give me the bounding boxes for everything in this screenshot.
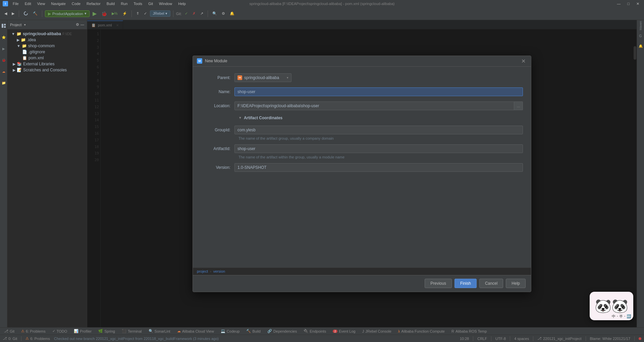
status-charset[interactable]: UTF-8: [495, 337, 506, 341]
pom-file-icon: 📋: [22, 56, 27, 60]
toolbar-forward-button[interactable]: ▶: [10, 10, 16, 17]
run-tool-button[interactable]: ▶: [1, 46, 7, 52]
search-everywhere-button[interactable]: 🔍: [211, 10, 219, 17]
coverage-button[interactable]: ▶%: [110, 10, 119, 17]
debug-button[interactable]: 🐞: [100, 10, 109, 17]
status-git[interactable]: ⎇ 0: Git: [3, 336, 17, 341]
menu-window[interactable]: Window: [158, 1, 173, 6]
menu-help[interactable]: Help: [177, 1, 187, 6]
menu-refactor[interactable]: Refactor: [85, 1, 102, 6]
project-tool-button[interactable]: [1, 23, 7, 29]
tab-event-log[interactable]: 2 Event Log: [331, 329, 357, 334]
finish-button[interactable]: Finish: [454, 279, 477, 288]
tree-pomxml[interactable]: 📋 pom.xml: [7, 55, 87, 61]
git-commit-button[interactable]: ✓: [142, 10, 149, 17]
minimize-button[interactable]: —: [615, 2, 623, 6]
jrebel-button[interactable]: JRebel ▾: [150, 10, 170, 17]
git-tab-icon: ⎇: [4, 329, 8, 333]
toolbar-back-button[interactable]: ◀: [3, 10, 9, 17]
notifications-side-button[interactable]: 🔔: [638, 43, 644, 49]
status-blame[interactable]: Blame: White 220121/17: [590, 337, 630, 341]
help-button[interactable]: Help: [506, 279, 526, 288]
project-panel-dropdown[interactable]: ▾: [24, 23, 26, 26]
status-indent[interactable]: 4 spaces: [514, 337, 529, 341]
status-line-col[interactable]: 10:28: [460, 337, 469, 341]
menu-tools[interactable]: Tools: [132, 1, 144, 6]
menu-navigate[interactable]: Navigate: [50, 1, 67, 6]
cancel-button[interactable]: Cancel: [479, 279, 503, 288]
debug-tool-button[interactable]: 🐞: [1, 57, 7, 63]
menu-build[interactable]: Build: [105, 1, 116, 6]
explorer-tool-button[interactable]: 📁: [1, 80, 7, 86]
tree-root[interactable]: ▼ 📁 springcloud-alibaba F:\IDE: [7, 31, 87, 37]
ext-libs-expand-icon: ▶: [13, 62, 15, 66]
git-check-button[interactable]: ✓: [183, 10, 190, 17]
git-x-button[interactable]: ✗: [191, 10, 197, 17]
breadcrumb-version[interactable]: version: [213, 269, 225, 273]
location-browse-button[interactable]: ...: [514, 101, 523, 110]
tab-git[interactable]: ⎇ Git: [3, 328, 16, 334]
tab-alibaba-fn[interactable]: λ Alibaba Function Compute: [397, 329, 446, 334]
status-line-endings[interactable]: CRLF: [477, 337, 487, 341]
tab-dependencies[interactable]: 🔗 Dependencies: [266, 328, 298, 334]
version-input[interactable]: [234, 163, 523, 172]
status-vcs-branch[interactable]: ⎇ 220121_xgc_initProject: [537, 336, 581, 341]
tab-codeup[interactable]: 💻 Codeup: [219, 328, 241, 334]
run-configuration-selector[interactable]: ▶ ProductApplication ▾: [45, 10, 90, 17]
tab-todo[interactable]: ✓ TODO: [51, 328, 69, 334]
maximize-button[interactable]: □: [625, 2, 632, 6]
menu-view[interactable]: View: [36, 1, 47, 6]
location-input[interactable]: [234, 101, 514, 110]
name-input[interactable]: [234, 87, 523, 96]
tab-alibaba-cloud[interactable]: ☁ Alibaba Cloud View: [176, 328, 215, 334]
profile-button[interactable]: ⚡: [121, 10, 129, 17]
menu-edit[interactable]: Edit: [23, 1, 33, 6]
previous-button[interactable]: Previous: [425, 279, 452, 288]
tab-build[interactable]: 🔨 Build: [245, 328, 262, 334]
favorites-tool-button[interactable]: ⭐: [1, 34, 7, 40]
project-panel-collapse[interactable]: —: [80, 22, 84, 27]
toolbar-build-button[interactable]: 🔨: [31, 10, 39, 17]
panda-emoji: 🐼🐼: [595, 298, 628, 314]
menu-code[interactable]: Code: [70, 1, 82, 6]
menu-run[interactable]: Run: [119, 1, 129, 6]
tree-idea[interactable]: ▶ 📁 .idea: [7, 37, 87, 43]
menu-git[interactable]: Git: [147, 1, 154, 6]
cloud-tool-button[interactable]: ☁: [1, 68, 7, 74]
tab-problems[interactable]: ⚠ 6: Problems: [20, 328, 47, 334]
tree-shop-commom[interactable]: ▼ 📁 shop-commom: [7, 43, 87, 49]
project-sync-button[interactable]: [22, 10, 30, 17]
git-tab-label: Git: [10, 329, 14, 333]
parent-selector[interactable]: m springcloud-alibaba ▾: [234, 73, 291, 82]
tab-ros[interactable]: R Alibaba ROS Temp: [450, 329, 488, 334]
breadcrumb-project[interactable]: project: [197, 269, 208, 273]
status-msg: Checked out new branch 220121_xgc_initPr…: [54, 337, 456, 341]
project-panel-settings[interactable]: ⚙: [76, 22, 79, 27]
menu-file[interactable]: File: [11, 1, 20, 6]
git-update-button[interactable]: ⇑: [135, 10, 141, 17]
tree-gitignore[interactable]: 📄 .gitignore: [7, 49, 87, 55]
close-button[interactable]: ✕: [634, 2, 641, 6]
terminal-tab-icon: ⬛: [122, 329, 126, 333]
run-button[interactable]: ▶: [91, 9, 98, 18]
groupid-help: The name of the artifact group, usually …: [238, 136, 523, 140]
tab-spring[interactable]: 🌿 Spring: [97, 328, 116, 334]
tab-profiler[interactable]: 📊 Profiler: [72, 328, 93, 334]
tab-terminal[interactable]: ⬛ Terminal: [120, 328, 143, 334]
notifications-button[interactable]: 🔔: [228, 10, 236, 17]
gradle-tool-button[interactable]: G: [638, 33, 644, 39]
maven-tool-button[interactable]: Maven: [638, 23, 644, 29]
git-merge-button[interactable]: ↗: [199, 10, 205, 17]
dialog-close-button[interactable]: ✕: [520, 58, 527, 64]
tab-sonarlint[interactable]: 🔍 SonarLint: [147, 328, 172, 334]
artifactid-input[interactable]: [234, 144, 523, 153]
groupid-input[interactable]: [234, 126, 523, 134]
settings-button[interactable]: ⚙: [220, 10, 227, 17]
tree-scratches[interactable]: ▶ 📝 Scratches and Consoles: [7, 67, 87, 73]
sonar-tab-icon: 🔍: [149, 329, 153, 333]
tab-jrebel[interactable]: J JRebel Console: [361, 329, 393, 334]
tree-external-libs[interactable]: ▶ 📚 External Libraries: [7, 61, 87, 67]
status-problems[interactable]: ⚠ 6: Problems: [25, 336, 50, 341]
tab-endpoints[interactable]: 🔌 Endpoints: [302, 328, 327, 334]
section-collapse-icon[interactable]: ▼: [238, 116, 242, 120]
